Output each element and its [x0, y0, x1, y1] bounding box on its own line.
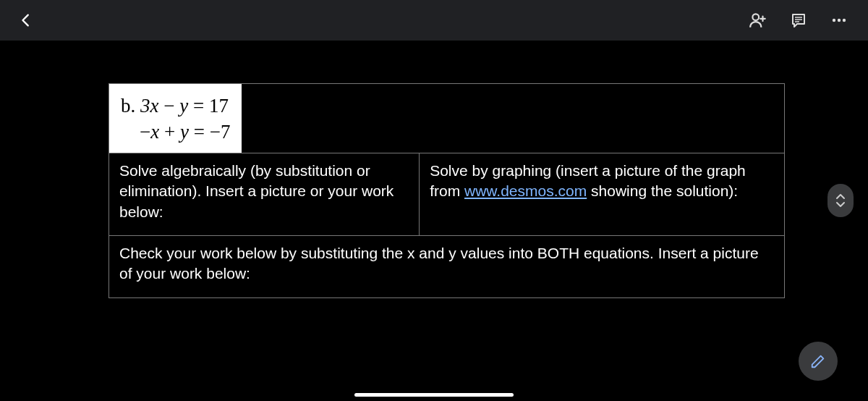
svg-point-0	[752, 14, 759, 20]
equation-2: −x + y = −7	[121, 119, 230, 145]
home-indicator	[354, 393, 514, 397]
algebraic-instruction: Solve algebraically (by substitution or …	[119, 162, 393, 220]
more-horizontal-icon	[830, 12, 848, 29]
desmos-link[interactable]: www.desmos.com	[464, 182, 587, 199]
back-button[interactable]	[12, 6, 41, 35]
more-button[interactable]	[827, 9, 851, 32]
comment-icon	[790, 12, 807, 29]
add-person-button[interactable]	[746, 9, 770, 32]
check-cell: Check your work below by substituting th…	[109, 235, 784, 297]
svg-point-6	[843, 19, 846, 22]
person-add-icon	[749, 11, 767, 30]
edit-fab[interactable]	[799, 342, 838, 381]
problem-label: b.	[121, 95, 135, 117]
graphing-instruction-post: showing the solution):	[587, 182, 738, 199]
chevron-up-icon	[835, 193, 846, 200]
algebraic-cell: Solve algebraically (by substitution or …	[109, 153, 420, 235]
topbar	[0, 0, 868, 41]
check-instruction: Check your work below by substituting th…	[119, 245, 759, 282]
expand-toggle[interactable]	[827, 184, 854, 217]
instruction-row: Solve algebraically (by substitution or …	[109, 153, 784, 235]
chevron-down-icon	[835, 201, 846, 208]
equation-1: b. 3x − y = 17	[121, 93, 230, 119]
svg-point-4	[833, 19, 835, 22]
topbar-actions	[746, 9, 851, 32]
comments-button[interactable]	[787, 9, 810, 32]
document-content: b. 3x − y = 17 −x + y = −7 Solve algebra…	[109, 83, 785, 298]
graphing-cell: Solve by graphing (insert a picture of t…	[420, 153, 784, 235]
equation-box: b. 3x − y = 17 −x + y = −7	[109, 84, 242, 153]
svg-point-5	[838, 19, 841, 22]
chevron-left-icon	[18, 12, 34, 28]
pencil-icon	[810, 353, 826, 369]
